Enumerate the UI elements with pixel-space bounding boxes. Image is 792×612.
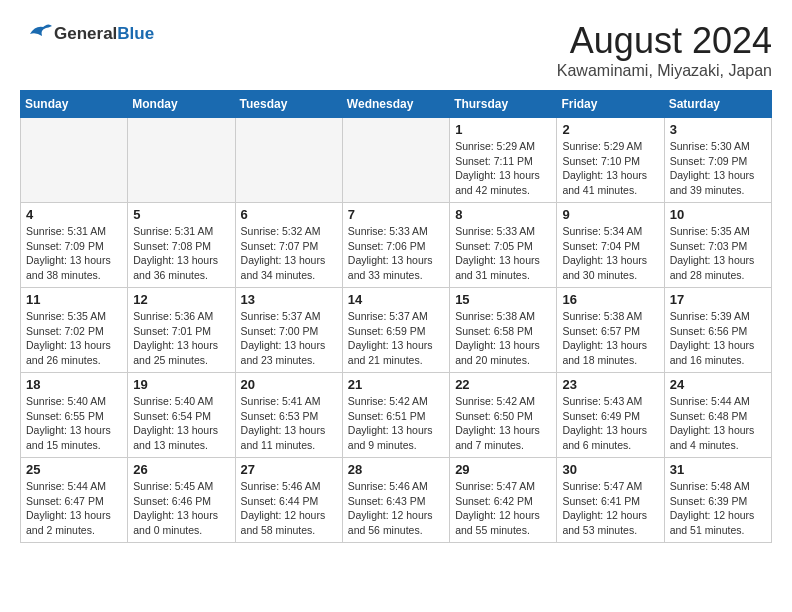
day-info: Sunrise: 5:45 AMSunset: 6:46 PMDaylight:… xyxy=(133,479,229,538)
calendar-day-cell: 7Sunrise: 5:33 AMSunset: 7:06 PMDaylight… xyxy=(342,203,449,288)
calendar-day-cell: 4Sunrise: 5:31 AMSunset: 7:09 PMDaylight… xyxy=(21,203,128,288)
calendar-day-cell: 1Sunrise: 5:29 AMSunset: 7:11 PMDaylight… xyxy=(450,118,557,203)
calendar-day-cell xyxy=(235,118,342,203)
calendar-day-cell: 9Sunrise: 5:34 AMSunset: 7:04 PMDaylight… xyxy=(557,203,664,288)
month-title: August 2024 xyxy=(557,20,772,62)
day-info: Sunrise: 5:29 AMSunset: 7:10 PMDaylight:… xyxy=(562,139,658,198)
day-number: 3 xyxy=(670,122,766,137)
calendar-table: SundayMondayTuesdayWednesdayThursdayFrid… xyxy=(20,90,772,543)
calendar-day-cell: 19Sunrise: 5:40 AMSunset: 6:54 PMDayligh… xyxy=(128,373,235,458)
calendar-day-cell: 24Sunrise: 5:44 AMSunset: 6:48 PMDayligh… xyxy=(664,373,771,458)
day-number: 7 xyxy=(348,207,444,222)
location-title: Kawaminami, Miyazaki, Japan xyxy=(557,62,772,80)
calendar-day-cell: 14Sunrise: 5:37 AMSunset: 6:59 PMDayligh… xyxy=(342,288,449,373)
day-number: 8 xyxy=(455,207,551,222)
calendar-body: 1Sunrise: 5:29 AMSunset: 7:11 PMDaylight… xyxy=(21,118,772,543)
title-block: August 2024 Kawaminami, Miyazaki, Japan xyxy=(557,20,772,80)
weekday-header-cell: Tuesday xyxy=(235,91,342,118)
day-number: 26 xyxy=(133,462,229,477)
day-number: 24 xyxy=(670,377,766,392)
day-number: 15 xyxy=(455,292,551,307)
day-info: Sunrise: 5:39 AMSunset: 6:56 PMDaylight:… xyxy=(670,309,766,368)
day-info: Sunrise: 5:40 AMSunset: 6:54 PMDaylight:… xyxy=(133,394,229,453)
day-info: Sunrise: 5:40 AMSunset: 6:55 PMDaylight:… xyxy=(26,394,122,453)
day-info: Sunrise: 5:34 AMSunset: 7:04 PMDaylight:… xyxy=(562,224,658,283)
calendar-day-cell: 15Sunrise: 5:38 AMSunset: 6:58 PMDayligh… xyxy=(450,288,557,373)
calendar-day-cell: 23Sunrise: 5:43 AMSunset: 6:49 PMDayligh… xyxy=(557,373,664,458)
day-info: Sunrise: 5:35 AMSunset: 7:03 PMDaylight:… xyxy=(670,224,766,283)
calendar-day-cell: 16Sunrise: 5:38 AMSunset: 6:57 PMDayligh… xyxy=(557,288,664,373)
day-info: Sunrise: 5:37 AMSunset: 7:00 PMDaylight:… xyxy=(241,309,337,368)
calendar-day-cell: 2Sunrise: 5:29 AMSunset: 7:10 PMDaylight… xyxy=(557,118,664,203)
day-number: 29 xyxy=(455,462,551,477)
calendar-day-cell: 8Sunrise: 5:33 AMSunset: 7:05 PMDaylight… xyxy=(450,203,557,288)
day-info: Sunrise: 5:29 AMSunset: 7:11 PMDaylight:… xyxy=(455,139,551,198)
weekday-header-cell: Friday xyxy=(557,91,664,118)
logo-general-text: General xyxy=(54,24,117,43)
logo-blue-text: Blue xyxy=(117,24,154,43)
day-number: 4 xyxy=(26,207,122,222)
weekday-header-cell: Sunday xyxy=(21,91,128,118)
calendar-week-row: 11Sunrise: 5:35 AMSunset: 7:02 PMDayligh… xyxy=(21,288,772,373)
weekday-header-cell: Saturday xyxy=(664,91,771,118)
calendar-day-cell: 21Sunrise: 5:42 AMSunset: 6:51 PMDayligh… xyxy=(342,373,449,458)
calendar-day-cell: 12Sunrise: 5:36 AMSunset: 7:01 PMDayligh… xyxy=(128,288,235,373)
day-number: 14 xyxy=(348,292,444,307)
day-number: 25 xyxy=(26,462,122,477)
day-info: Sunrise: 5:38 AMSunset: 6:57 PMDaylight:… xyxy=(562,309,658,368)
calendar-week-row: 18Sunrise: 5:40 AMSunset: 6:55 PMDayligh… xyxy=(21,373,772,458)
calendar-day-cell: 11Sunrise: 5:35 AMSunset: 7:02 PMDayligh… xyxy=(21,288,128,373)
day-info: Sunrise: 5:31 AMSunset: 7:08 PMDaylight:… xyxy=(133,224,229,283)
weekday-header-cell: Thursday xyxy=(450,91,557,118)
calendar-day-cell: 25Sunrise: 5:44 AMSunset: 6:47 PMDayligh… xyxy=(21,458,128,543)
calendar-day-cell: 26Sunrise: 5:45 AMSunset: 6:46 PMDayligh… xyxy=(128,458,235,543)
calendar-week-row: 1Sunrise: 5:29 AMSunset: 7:11 PMDaylight… xyxy=(21,118,772,203)
day-number: 9 xyxy=(562,207,658,222)
day-number: 21 xyxy=(348,377,444,392)
weekday-header-row: SundayMondayTuesdayWednesdayThursdayFrid… xyxy=(21,91,772,118)
calendar-day-cell: 20Sunrise: 5:41 AMSunset: 6:53 PMDayligh… xyxy=(235,373,342,458)
calendar-day-cell: 10Sunrise: 5:35 AMSunset: 7:03 PMDayligh… xyxy=(664,203,771,288)
day-info: Sunrise: 5:44 AMSunset: 6:47 PMDaylight:… xyxy=(26,479,122,538)
day-number: 22 xyxy=(455,377,551,392)
calendar-day-cell: 6Sunrise: 5:32 AMSunset: 7:07 PMDaylight… xyxy=(235,203,342,288)
day-info: Sunrise: 5:47 AMSunset: 6:42 PMDaylight:… xyxy=(455,479,551,538)
day-info: Sunrise: 5:43 AMSunset: 6:49 PMDaylight:… xyxy=(562,394,658,453)
logo-bird-icon xyxy=(20,20,52,48)
day-number: 16 xyxy=(562,292,658,307)
day-number: 6 xyxy=(241,207,337,222)
calendar-day-cell: 18Sunrise: 5:40 AMSunset: 6:55 PMDayligh… xyxy=(21,373,128,458)
calendar-day-cell: 3Sunrise: 5:30 AMSunset: 7:09 PMDaylight… xyxy=(664,118,771,203)
day-number: 23 xyxy=(562,377,658,392)
day-info: Sunrise: 5:41 AMSunset: 6:53 PMDaylight:… xyxy=(241,394,337,453)
day-info: Sunrise: 5:37 AMSunset: 6:59 PMDaylight:… xyxy=(348,309,444,368)
day-number: 27 xyxy=(241,462,337,477)
calendar-day-cell: 13Sunrise: 5:37 AMSunset: 7:00 PMDayligh… xyxy=(235,288,342,373)
calendar-day-cell xyxy=(342,118,449,203)
day-info: Sunrise: 5:42 AMSunset: 6:50 PMDaylight:… xyxy=(455,394,551,453)
weekday-header-cell: Wednesday xyxy=(342,91,449,118)
logo: GeneralBlue xyxy=(20,20,154,48)
day-info: Sunrise: 5:33 AMSunset: 7:05 PMDaylight:… xyxy=(455,224,551,283)
calendar-day-cell: 29Sunrise: 5:47 AMSunset: 6:42 PMDayligh… xyxy=(450,458,557,543)
calendar-day-cell: 27Sunrise: 5:46 AMSunset: 6:44 PMDayligh… xyxy=(235,458,342,543)
day-info: Sunrise: 5:46 AMSunset: 6:44 PMDaylight:… xyxy=(241,479,337,538)
calendar-day-cell: 5Sunrise: 5:31 AMSunset: 7:08 PMDaylight… xyxy=(128,203,235,288)
calendar-day-cell: 17Sunrise: 5:39 AMSunset: 6:56 PMDayligh… xyxy=(664,288,771,373)
day-number: 11 xyxy=(26,292,122,307)
day-info: Sunrise: 5:48 AMSunset: 6:39 PMDaylight:… xyxy=(670,479,766,538)
day-number: 12 xyxy=(133,292,229,307)
day-info: Sunrise: 5:32 AMSunset: 7:07 PMDaylight:… xyxy=(241,224,337,283)
calendar-day-cell xyxy=(128,118,235,203)
day-info: Sunrise: 5:36 AMSunset: 7:01 PMDaylight:… xyxy=(133,309,229,368)
day-info: Sunrise: 5:38 AMSunset: 6:58 PMDaylight:… xyxy=(455,309,551,368)
day-info: Sunrise: 5:30 AMSunset: 7:09 PMDaylight:… xyxy=(670,139,766,198)
calendar-week-row: 4Sunrise: 5:31 AMSunset: 7:09 PMDaylight… xyxy=(21,203,772,288)
calendar-week-row: 25Sunrise: 5:44 AMSunset: 6:47 PMDayligh… xyxy=(21,458,772,543)
calendar-day-cell: 31Sunrise: 5:48 AMSunset: 6:39 PMDayligh… xyxy=(664,458,771,543)
day-info: Sunrise: 5:33 AMSunset: 7:06 PMDaylight:… xyxy=(348,224,444,283)
day-number: 20 xyxy=(241,377,337,392)
day-number: 18 xyxy=(26,377,122,392)
weekday-header-cell: Monday xyxy=(128,91,235,118)
day-number: 1 xyxy=(455,122,551,137)
